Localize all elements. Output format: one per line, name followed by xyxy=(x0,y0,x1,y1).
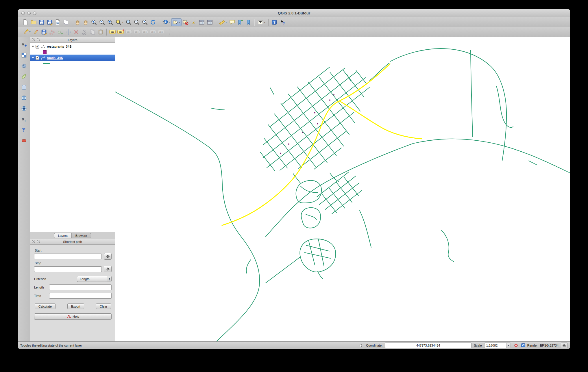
pan-map-button[interactable] xyxy=(74,18,82,26)
pick-start-button[interactable] xyxy=(104,253,112,260)
pin-labels-button[interactable]: abc xyxy=(117,28,125,36)
change-label-properties-button[interactable]: abc xyxy=(149,28,157,36)
scale-dropdown-arrow-icon[interactable]: ▾ xyxy=(506,343,511,348)
highlight-pinned-labels-button[interactable]: abc xyxy=(125,28,133,36)
measure-line-button[interactable]: ▾ xyxy=(218,18,228,26)
open-attribute-table-button[interactable] xyxy=(198,18,206,26)
export-button[interactable]: Export xyxy=(67,303,84,309)
tab-browser[interactable]: Browser xyxy=(72,233,91,238)
help-contents-button[interactable] xyxy=(270,18,278,26)
add-postgis-layer-button[interactable] xyxy=(20,62,28,70)
pick-stop-button[interactable] xyxy=(104,266,112,272)
expand-arrow-icon[interactable] xyxy=(32,57,34,59)
toolbar-separator xyxy=(268,19,269,26)
add-mssql-layer-button[interactable] xyxy=(20,83,28,91)
refresh-map-button[interactable] xyxy=(149,18,157,26)
current-edits-button[interactable]: ▾ xyxy=(21,28,32,36)
stop-input[interactable] xyxy=(34,266,102,272)
show-hidden-labels-button[interactable]: abc xyxy=(157,28,165,36)
mouse-position-icon[interactable] xyxy=(358,343,364,348)
identify-features-button[interactable]: ▾ xyxy=(161,18,171,26)
add-vector-layer-button[interactable] xyxy=(20,40,28,49)
tab-layers[interactable]: Layers xyxy=(54,233,72,238)
zoom-in-button[interactable] xyxy=(90,18,98,26)
labeling-options-button[interactable]: abc xyxy=(108,28,117,36)
add-raster-layer-button[interactable] xyxy=(20,51,28,59)
move-label-button[interactable]: abc xyxy=(133,28,141,36)
close-window-button[interactable] xyxy=(21,12,25,15)
start-input[interactable] xyxy=(34,254,102,259)
add-oracle-layer-button[interactable] xyxy=(20,137,28,145)
pan-to-selection-button[interactable] xyxy=(82,18,90,26)
calculate-button[interactable]: Calculate xyxy=(35,303,56,309)
save-project-as-button[interactable] xyxy=(46,18,54,26)
show-bookmarks-button[interactable] xyxy=(244,18,252,26)
float-layers-panel-button[interactable] xyxy=(37,38,40,41)
help-button[interactable]: Help xyxy=(34,313,112,320)
add-spatialite-layer-button[interactable] xyxy=(20,72,28,81)
delete-selected-button[interactable] xyxy=(72,28,80,36)
zoom-last-icon xyxy=(134,19,140,25)
zoom-full-extent-button[interactable] xyxy=(106,18,114,26)
crs-status-button[interactable] xyxy=(561,343,568,348)
restaurants-layer-checkbox[interactable] xyxy=(36,45,39,49)
add-gps-layer-button[interactable] xyxy=(20,126,28,134)
add-wfs-layer-button[interactable] xyxy=(20,105,28,113)
add-feature-button[interactable] xyxy=(56,28,64,36)
move-feature-button[interactable] xyxy=(64,28,72,36)
zoom-last-button[interactable] xyxy=(133,18,141,26)
render-checkbox[interactable] xyxy=(521,343,525,347)
stop-rendering-icon[interactable] xyxy=(513,343,519,348)
shortest-path-panel-header[interactable]: Shortest path xyxy=(30,239,115,245)
zoom-next-button[interactable] xyxy=(141,18,149,26)
layer-item-restaurants[interactable]: restaurants_34S xyxy=(30,43,115,50)
roads-layer-checkbox[interactable] xyxy=(36,56,39,60)
add-delimited-text-layer-button[interactable] xyxy=(20,115,28,123)
field-calculator-button[interactable] xyxy=(206,18,214,26)
deselect-all-button[interactable] xyxy=(182,18,190,26)
zoom-to-layer-button[interactable] xyxy=(125,18,133,26)
toggle-editing-button[interactable] xyxy=(32,28,40,36)
new-print-composer-button[interactable] xyxy=(54,18,62,26)
close-layers-panel-button[interactable] xyxy=(32,38,35,41)
layers-panel-header[interactable]: Layers xyxy=(30,37,115,43)
clear-button[interactable]: Clear xyxy=(96,303,111,309)
select-features-button[interactable]: ▾ xyxy=(171,18,182,26)
select-by-expression-button[interactable] xyxy=(190,18,198,26)
time-output[interactable] xyxy=(49,293,112,299)
rotate-label-button[interactable]: abc xyxy=(141,28,149,36)
scale-combobox[interactable]: 1:16082 ▾ xyxy=(484,343,511,348)
node-tool-button[interactable] xyxy=(48,28,56,36)
float-shortest-path-panel-button[interactable] xyxy=(37,240,40,243)
new-project-button[interactable] xyxy=(21,18,29,26)
text-annotation-button[interactable]: ▾ xyxy=(256,18,267,26)
close-shortest-path-panel-button[interactable] xyxy=(32,240,35,243)
whats-this-button[interactable] xyxy=(278,18,286,26)
layer-item-roads[interactable]: roads_34S xyxy=(30,55,115,61)
criterion-select[interactable]: Length ▲▼ xyxy=(77,276,112,282)
open-project-button[interactable] xyxy=(29,18,38,26)
layer-tree[interactable]: restaurants_34S roads_34S xyxy=(30,43,115,232)
composer-manager-button[interactable] xyxy=(62,18,70,26)
zoom-out-button[interactable] xyxy=(98,18,106,26)
map-tips-button[interactable] xyxy=(228,18,236,26)
save-layer-edits-button[interactable] xyxy=(40,28,48,36)
zoom-window-button[interactable] xyxy=(33,12,36,15)
coordinate-input[interactable] xyxy=(385,343,471,348)
add-wms-layer-button[interactable] xyxy=(20,94,28,102)
zoom-to-selection-button[interactable]: ▾ xyxy=(114,18,125,26)
new-bookmark-button[interactable] xyxy=(236,18,244,26)
map-canvas[interactable] xyxy=(115,37,570,341)
paste-features-button[interactable] xyxy=(97,28,105,36)
layer-symbol-roads[interactable] xyxy=(30,61,115,66)
expand-arrow-icon[interactable] xyxy=(32,46,34,47)
length-output[interactable] xyxy=(49,284,112,290)
toolbar-grip[interactable] xyxy=(167,29,170,35)
minimize-window-button[interactable] xyxy=(27,12,31,15)
shortest-path-panel-title: Shortest path xyxy=(30,240,115,243)
layer-symbol-restaurants[interactable] xyxy=(30,50,115,55)
save-project-button[interactable] xyxy=(38,18,46,26)
window-titlebar[interactable]: QGIS 2.0.1-Dufour xyxy=(18,9,570,17)
copy-features-button[interactable] xyxy=(88,28,97,36)
cut-features-button[interactable] xyxy=(80,28,88,36)
